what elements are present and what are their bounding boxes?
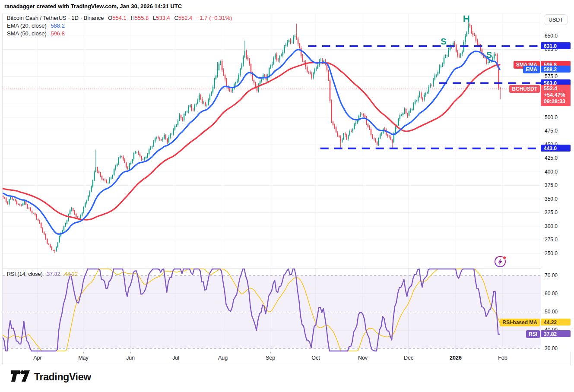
time-label-Oct[interactable]: Oct — [311, 355, 320, 361]
ema-label[interactable]: EMA (20, close) — [7, 22, 47, 29]
bar-countdown: 09:28:33 — [544, 98, 571, 105]
time-tick-May — [83, 352, 84, 354]
high-value: 555.8 — [135, 15, 149, 21]
sma-value: 596.8 — [51, 30, 65, 37]
time-tick-Jun — [130, 352, 131, 354]
price-tick-375: 375.0 — [545, 182, 558, 188]
time-tick-2026 — [456, 352, 456, 354]
rsi-ma-value: 44.22 — [64, 271, 78, 277]
time-label-Jun[interactable]: Jun — [126, 355, 135, 361]
attribution-text: ranadagger created with TradingView.com,… — [4, 3, 182, 9]
rsi-ma-value-label[interactable]: 44.22 — [541, 319, 571, 326]
time-label-Jul[interactable]: Jul — [172, 355, 179, 361]
rsi-value-label[interactable]: 37.82 — [541, 330, 571, 337]
rsi-tick-30: 30.00 — [545, 345, 558, 351]
time-label-Feb[interactable]: Feb — [498, 355, 507, 361]
ema-value: 588.2 — [51, 22, 65, 29]
ema-label-pill[interactable]: EMA — [523, 66, 540, 73]
time-label-Sep[interactable]: Sep — [266, 355, 275, 361]
rsi-pane[interactable] — [3, 268, 541, 352]
ema-value-label[interactable]: 588.2 — [541, 66, 571, 73]
time-label-Dec[interactable]: Dec — [404, 355, 413, 361]
rsi-legend-row[interactable]: RSI (14, close) 37.82 44.22 — [7, 270, 78, 278]
frame-bottom-border — [2, 365, 571, 365]
time-tick-Aug — [223, 352, 223, 354]
rsi-legend[interactable]: RSI (14, close) 37.82 44.22 — [7, 270, 78, 278]
price-tick-350: 350.0 — [545, 196, 558, 202]
price-tick-425: 425.0 — [545, 155, 558, 161]
price-tick-300: 300.0 — [545, 223, 558, 229]
sma-label[interactable]: SMA (50, close) — [7, 30, 47, 37]
high-letter: H — [130, 15, 134, 21]
time-tick-Oct — [316, 352, 316, 354]
frame-left-border — [2, 13, 3, 365]
time-label-Apr[interactable]: Apr — [33, 355, 41, 361]
ema-legend-row[interactable]: EMA (20, close) 588.2 — [7, 22, 232, 30]
flash-boost-icon[interactable] — [493, 254, 507, 269]
time-tick-Dec — [409, 352, 409, 354]
rsi-value: 37.82 — [47, 271, 60, 277]
pattern-letter-H: H — [463, 13, 470, 24]
symbol-title[interactable]: Bitcoin Cash / TetherUS · 1D · Binance — [7, 15, 104, 21]
time-tick-Apr — [38, 352, 38, 354]
time-label-2026[interactable]: 2026 — [450, 355, 462, 361]
rsi-tick-50: 50.00 — [545, 309, 558, 315]
price-tick-650: 650.0 — [545, 33, 558, 39]
low-value: 533.4 — [156, 15, 170, 21]
main-price-pane[interactable]: SHS — [3, 13, 541, 268]
price-tick-400: 400.0 — [545, 169, 558, 175]
sma-legend-row[interactable]: SMA (50, close) 596.8 — [7, 30, 232, 38]
pattern-letter-S: S — [486, 50, 492, 60]
main-legend[interactable]: Bitcoin Cash / TetherUS · 1D · Binance O… — [7, 14, 232, 38]
last-price-label[interactable]: 552.4+54.47%09:28:33 — [541, 85, 571, 106]
rsi-tick-70: 70.00 — [545, 272, 558, 278]
open-letter: O — [108, 15, 112, 21]
price-tick-250: 250.0 — [545, 250, 558, 256]
time-label-May[interactable]: May — [78, 355, 89, 361]
price-tick-475: 475.0 — [545, 128, 558, 134]
level-price-label-443[interactable]: 443.0 — [541, 145, 571, 152]
price-value: 552.4 — [544, 85, 571, 92]
change-value: −1.7 (−0.31%) — [197, 15, 232, 21]
tradingview-chart-screenshot: ranadagger created with TradingView.com,… — [0, 0, 574, 392]
tradingview-logo[interactable]: TradingView — [10, 370, 91, 384]
level-price-label-631[interactable]: 631.0 — [541, 42, 571, 49]
tradingview-logo-text: TradingView — [34, 371, 91, 383]
time-axis-border — [2, 352, 571, 352]
time-label-Nov[interactable]: Nov — [358, 355, 368, 361]
rsi-tick-60: 60.00 — [545, 291, 558, 297]
rsi-ma-label-pill[interactable]: RSI-based MA — [500, 319, 540, 326]
price-tick-500: 500.0 — [545, 114, 558, 120]
time-tick-Nov — [363, 352, 363, 354]
rsi-label[interactable]: RSI (14, close) — [7, 271, 43, 277]
time-label-Aug[interactable]: Aug — [218, 355, 228, 361]
close-letter: C — [174, 15, 178, 21]
price-tick-325: 325.0 — [545, 209, 558, 215]
currency-button[interactable]: USDT — [544, 14, 568, 25]
open-value: 554.1 — [112, 15, 127, 21]
rsi-label-pill[interactable]: RSI — [526, 330, 540, 338]
time-tick-Jul — [176, 352, 176, 354]
pane-divider[interactable] — [2, 268, 571, 269]
time-tick-Sep — [270, 352, 271, 354]
price-tick-275: 275.0 — [545, 237, 558, 243]
tradingview-logo-icon — [10, 370, 30, 384]
frame-top-border — [2, 13, 571, 13]
time-tick-Feb — [503, 352, 503, 354]
price-tick-575: 575.0 — [545, 73, 558, 79]
close-value: 552.4 — [178, 15, 193, 21]
pattern-letter-S: S — [441, 37, 446, 46]
change-percent: +54.47% — [544, 92, 571, 98]
symbol-legend-row[interactable]: Bitcoin Cash / TetherUS · 1D · Binance O… — [7, 14, 232, 22]
symbol-label-pill[interactable]: BCHUSDT — [509, 85, 540, 93]
